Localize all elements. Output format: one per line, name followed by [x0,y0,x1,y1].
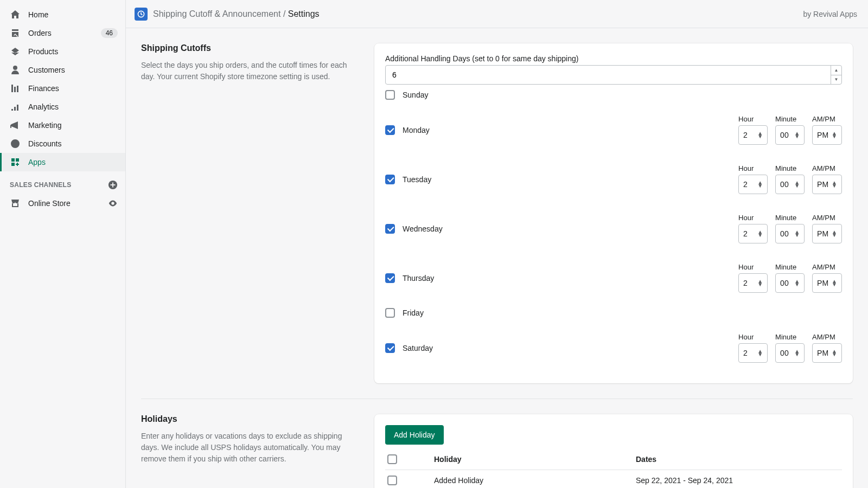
sidebar-item-orders[interactable]: Orders 46 [0,24,125,42]
sidebar-item-products[interactable]: Products [0,42,125,61]
sidebar-item-online-store[interactable]: Online Store [0,194,125,213]
day-checkbox[interactable] [385,175,395,184]
caret-icon: ▲▼ [832,350,837,356]
holidays-info: Holidays Enter any holidays or vacations… [141,414,353,488]
view-store-icon[interactable] [108,198,118,208]
ampm-label: AM/PM [812,263,842,271]
sidebar-item-discounts[interactable]: Discounts [0,134,125,153]
handling-label: Additional Handling Days (set to 0 for s… [385,54,842,63]
day-checkbox[interactable] [385,125,395,135]
time-controls: Hour 2▲▼ Minute 00▲▼ AM/PM PM▲▼ [738,214,842,243]
minute-select[interactable]: 00▲▼ [775,273,805,293]
home-icon [10,9,21,20]
minute-label: Minute [775,115,805,123]
time-controls: Hour 2▲▼ Minute 00▲▼ AM/PM PM▲▼ [738,164,842,194]
ampm-select[interactable]: PM▲▼ [812,175,842,194]
sidebar-item-label: Marketing [28,121,61,130]
day-row-thursday: Thursday Hour 2▲▼ Minute 00▲▼ AM/PM PM▲▼ [385,253,842,303]
svg-rect-2 [111,184,116,185]
main: Shipping Cutoff & Announcement / Setting… [126,0,868,488]
sidebar-item-label: Apps [28,158,46,166]
time-controls: Hour 2▲▼ Minute 00▲▼ AM/PM PM▲▼ [738,263,842,293]
holidays-desc: Enter any holidays or vacations days to … [141,431,353,465]
hour-select[interactable]: 2▲▼ [738,224,768,243]
holiday-dates: Sep 22, 2021 - Sep 24, 2021 [636,476,842,485]
caret-icon: ▲▼ [832,181,837,188]
day-checkbox[interactable] [385,90,395,100]
holidays-title: Holidays [141,414,353,424]
hour-select[interactable]: 2▲▼ [738,273,768,293]
ampm-select[interactable]: PM▲▼ [812,125,842,145]
caret-icon: ▲▼ [832,280,837,286]
breadcrumb: Shipping Cutoff & Announcement / Setting… [153,9,320,19]
sales-channels-label: SALES CHANNELS [10,181,71,189]
day-label: Saturday [403,344,433,352]
day-checkbox[interactable] [385,273,395,283]
sidebar-item-label: Analytics [28,102,59,111]
discounts-icon [10,138,21,149]
caret-icon: ▲▼ [757,280,763,286]
sidebar-item-analytics[interactable]: Analytics [0,98,125,116]
day-checkbox[interactable] [385,224,395,234]
handling-input[interactable] [386,66,831,84]
caret-icon: ▲▼ [757,350,763,356]
add-channel-icon[interactable] [108,180,118,190]
ampm-select[interactable]: PM▲▼ [812,343,842,363]
day-label: Wednesday [403,224,443,233]
add-holiday-button[interactable]: Add Holiday [385,425,444,445]
col-holiday: Holiday [434,455,636,464]
caret-icon: ▲▼ [794,181,800,188]
hour-select[interactable]: 2▲▼ [738,343,768,363]
ampm-label: AM/PM [812,164,842,172]
minute-select[interactable]: 00▲▼ [775,125,805,145]
orders-badge: 46 [101,28,118,38]
minute-select[interactable]: 00▲▼ [775,224,805,243]
store-icon [10,198,21,209]
hour-select[interactable]: 2▲▼ [738,175,768,194]
select-all-checkbox[interactable] [387,454,397,464]
caret-icon: ▲▼ [757,230,763,237]
spinner-down-icon[interactable]: ▼ [831,75,841,85]
sidebar-item-label: Customers [28,66,65,74]
day-checkbox[interactable] [385,308,395,318]
sidebar-item-customers[interactable]: Customers [0,61,125,79]
sidebar-item-label: Products [28,47,58,56]
holiday-table-head: Holiday Dates [385,449,842,470]
caret-icon: ▲▼ [832,132,837,138]
holidays-card: Add Holiday Holiday Dates Added Holiday … [374,414,853,488]
hour-select[interactable]: 2▲▼ [738,125,768,145]
caret-icon: ▲▼ [757,132,763,138]
time-controls: Hour 2▲▼ Minute 00▲▼ AM/PM PM▲▼ [738,115,842,145]
ampm-select[interactable]: PM▲▼ [812,224,842,243]
ampm-label: AM/PM [812,115,842,123]
sidebar-item-label: Discounts [28,139,61,148]
section-holidays: Holidays Enter any holidays or vacations… [141,399,853,488]
sidebar: Home Orders 46 Products Customers Financ… [0,0,126,488]
day-label: Friday [403,309,424,317]
hour-label: Hour [738,263,768,271]
day-row-saturday: Saturday Hour 2▲▼ Minute 00▲▼ AM/PM PM▲▼ [385,323,842,373]
minute-select[interactable]: 00▲▼ [775,343,805,363]
day-checkbox[interactable] [385,343,395,353]
ampm-select[interactable]: PM▲▼ [812,273,842,293]
breadcrumb-app[interactable]: Shipping Cutoff & Announcement [153,9,280,18]
ampm-label: AM/PM [812,214,842,222]
sidebar-item-home[interactable]: Home [0,5,125,24]
day-label: Monday [403,126,430,134]
day-label: Tuesday [403,175,431,184]
ampm-label: AM/PM [812,333,842,341]
holiday-checkbox[interactable] [387,476,397,485]
minute-label: Minute [775,164,805,172]
sidebar-item-apps[interactable]: Apps [0,153,125,171]
minute-label: Minute [775,214,805,222]
minute-select[interactable]: 00▲▼ [775,175,805,194]
day-row-tuesday: Tuesday Hour 2▲▼ Minute 00▲▼ AM/PM PM▲▼ [385,155,842,204]
spinner-up-icon[interactable]: ▲ [831,66,841,75]
cutoffs-card: Additional Handling Days (set to 0 for s… [374,43,853,383]
sidebar-item-finances[interactable]: Finances [0,79,125,98]
sidebar-item-marketing[interactable]: Marketing [0,116,125,134]
content: Shipping Cutoffs Select the days you shi… [126,28,868,488]
cutoffs-desc: Select the days you ship orders, and the… [141,60,353,82]
app-icon [135,8,148,21]
finances-icon [10,83,21,94]
